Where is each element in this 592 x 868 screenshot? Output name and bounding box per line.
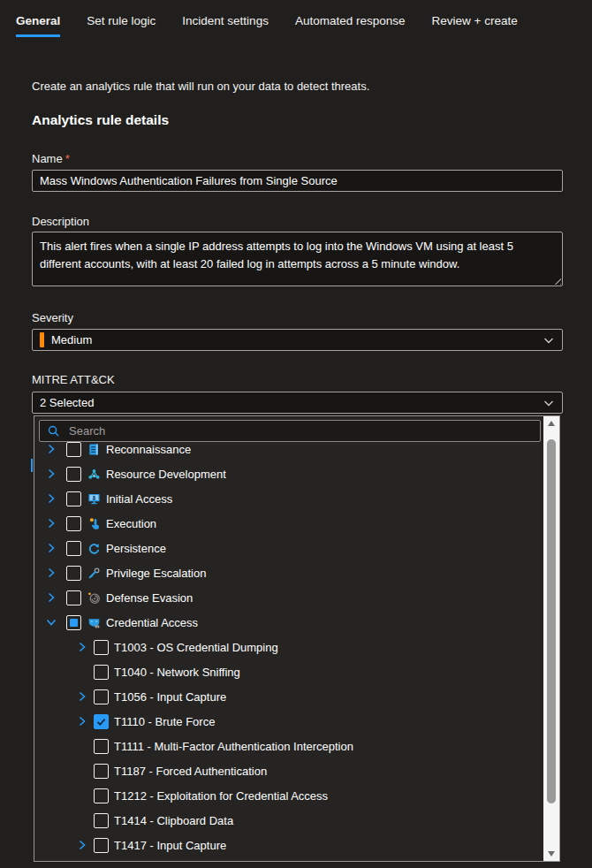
tree-item-label: T1111 - Multi-Factor Authentication Inte…	[114, 740, 353, 753]
chevron-down-icon	[543, 397, 555, 409]
mitre-select[interactable]: 2 Selected	[32, 392, 563, 414]
chevron-right-icon[interactable]	[45, 468, 57, 480]
tree-item-label: T1417 - Input Capture	[114, 839, 226, 852]
tree-item[interactable]: T1110 - Brute Force	[34, 709, 543, 734]
checkbox[interactable]	[94, 788, 109, 803]
checkbox[interactable]	[94, 813, 109, 828]
analytics-rule-wizard: GeneralSet rule logicIncident settingsAu…	[0, 0, 592, 868]
severity-color-bar	[40, 332, 44, 347]
credential-access-icon	[87, 615, 101, 629]
required-asterisk: *	[65, 152, 70, 165]
chevron-down-icon[interactable]	[45, 617, 57, 628]
checkbox[interactable]	[94, 739, 109, 754]
chevron-right-icon[interactable]	[45, 444, 57, 455]
mitre-label: MITRE ATT&CK	[32, 373, 115, 386]
chevron-spacer	[76, 741, 87, 752]
scrollbar-thumb[interactable]	[547, 439, 556, 803]
chevron-right-icon[interactable]	[45, 518, 57, 529]
scrollbar[interactable]	[543, 416, 559, 861]
checkbox[interactable]	[94, 714, 109, 729]
tree-item-label: T1187 - Forced Authentication	[114, 765, 267, 778]
tab-incident-settings[interactable]: Incident settings	[182, 14, 269, 37]
tree-item[interactable]: Credential Access	[34, 610, 543, 635]
tree-item-label: Reconnaissance	[106, 443, 191, 456]
chevron-right-icon[interactable]	[76, 840, 87, 851]
mitre-selected-count: 2 Selected	[40, 396, 94, 409]
tree-item[interactable]: Execution	[34, 511, 543, 536]
tree-item[interactable]: T1212 - Exploitation for Credential Acce…	[34, 783, 543, 808]
tree-item-label: Defense Evasion	[106, 591, 193, 605]
resource-development-icon	[87, 467, 101, 481]
tab-automated-response[interactable]: Automated response	[295, 14, 406, 37]
chevron-right-icon[interactable]	[76, 642, 87, 653]
checkbox[interactable]	[66, 442, 81, 457]
tree-item-label: T1110 - Brute Force	[114, 715, 215, 728]
mitre-dropdown-panel: Reconnaissance Resource Development Init…	[34, 415, 560, 862]
checkbox[interactable]	[66, 467, 81, 482]
chevron-right-icon[interactable]	[45, 493, 57, 505]
checkbox[interactable]	[94, 689, 109, 704]
tree-item-label: Execution	[106, 517, 156, 530]
tree-item-label: Credential Access	[106, 616, 198, 629]
tree-item[interactable]: T1040 - Network Sniffing	[34, 659, 543, 684]
tree-item-label: T1212 - Exploitation for Credential Acce…	[114, 789, 328, 803]
scroll-down-arrow[interactable]	[543, 847, 559, 861]
tab-general[interactable]: General	[16, 14, 60, 37]
chevron-spacer	[76, 666, 87, 678]
checkbox[interactable]	[66, 491, 81, 506]
checkbox[interactable]	[94, 838, 109, 853]
description-field-wrap: This alert fires when a single IP addres…	[32, 232, 563, 286]
tree-item[interactable]: T1187 - Forced Authentication	[34, 758, 543, 783]
name-label: Name*	[32, 152, 70, 165]
execution-icon	[87, 516, 101, 530]
search-icon	[47, 424, 60, 438]
chevron-right-icon[interactable]	[76, 691, 87, 703]
chevron-spacer	[76, 790, 87, 802]
chevron-right-icon[interactable]	[45, 567, 57, 579]
description-label: Description	[32, 215, 89, 228]
tree-item[interactable]: Reconnaissance	[34, 437, 543, 461]
checkbox[interactable]	[94, 640, 109, 655]
severity-select[interactable]: Medium	[32, 329, 563, 351]
checkbox[interactable]	[66, 566, 81, 581]
tab-review-create[interactable]: Review + create	[431, 14, 517, 37]
mitre-tree: Reconnaissance Resource Development Init…	[34, 437, 543, 857]
severity-value: Medium	[51, 333, 92, 346]
tree-item-label: Resource Development	[106, 468, 226, 481]
checkbox[interactable]	[66, 516, 81, 531]
scroll-up-arrow[interactable]	[543, 416, 559, 430]
description-textarea[interactable]: This alert fires when a single IP addres…	[32, 232, 563, 286]
tree-item[interactable]: T1003 - OS Credential Dumping	[34, 635, 543, 659]
tree-item-label: T1056 - Input Capture	[114, 690, 226, 704]
persistence-icon	[87, 541, 101, 555]
tree-item[interactable]: Resource Development	[34, 461, 543, 486]
tree-item-label: T1003 - OS Credential Dumping	[114, 641, 278, 654]
checkbox[interactable]	[66, 590, 81, 605]
chevron-right-icon[interactable]	[45, 592, 57, 604]
reconnaissance-icon	[87, 442, 101, 456]
tree-item[interactable]: Privilege Escalation	[34, 560, 543, 585]
checkbox[interactable]	[94, 764, 109, 779]
wizard-tabs: GeneralSet rule logicIncident settingsAu…	[16, 14, 518, 37]
tree-item-label: T1040 - Network Sniffing	[114, 666, 240, 679]
checkbox[interactable]	[66, 615, 81, 630]
tree-item[interactable]: T1111 - Multi-Factor Authentication Inte…	[34, 734, 543, 758]
section-title: Analytics rule details	[32, 112, 169, 128]
tree-item[interactable]: T1056 - Input Capture	[34, 684, 543, 709]
chevron-spacer	[76, 815, 87, 826]
tab-set-rule-logic[interactable]: Set rule logic	[87, 14, 156, 37]
tree-item[interactable]: T1414 - Clipboard Data	[34, 808, 543, 833]
tree-item[interactable]: Persistence	[34, 536, 543, 560]
chevron-right-icon[interactable]	[45, 543, 57, 554]
tree-item[interactable]: T1417 - Input Capture	[34, 833, 543, 857]
checkbox[interactable]	[94, 665, 109, 680]
tree-item[interactable]: Initial Access	[34, 486, 543, 511]
defense-evasion-icon	[87, 590, 101, 605]
tree-item-label: Initial Access	[106, 492, 172, 506]
obscured-element-fragment	[31, 459, 33, 472]
tree-item[interactable]: Defense Evasion	[34, 585, 543, 610]
chevron-right-icon[interactable]	[76, 716, 87, 727]
name-input[interactable]	[32, 170, 563, 192]
chevron-spacer	[76, 765, 87, 777]
checkbox[interactable]	[66, 541, 81, 556]
